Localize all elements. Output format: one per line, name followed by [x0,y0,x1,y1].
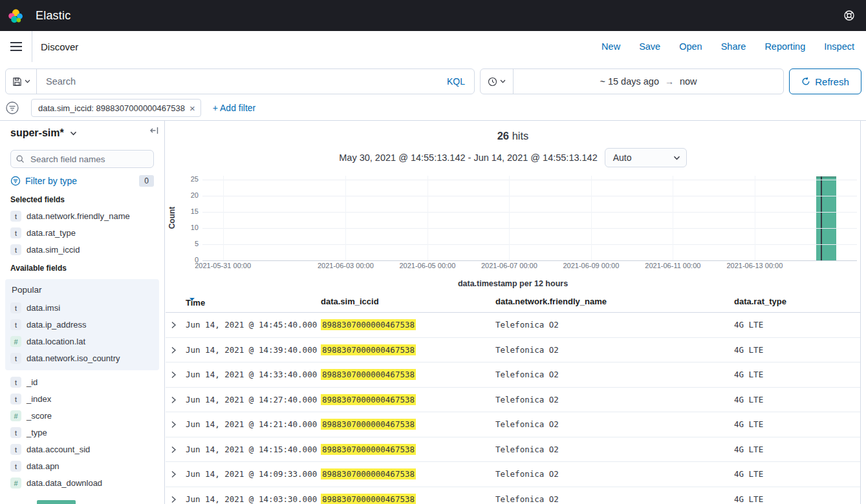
highlighted-iccid: 8988307000000467538 [321,444,416,455]
query-language-button[interactable]: KQL [447,76,465,87]
arrow-right-icon: → [665,76,674,87]
field-item-data.imsi[interactable]: tdata.​imsi [10,302,154,313]
field-name: data.​imsi [27,302,60,313]
field-name: data.​network.​iso_country [27,353,120,364]
collapse-sidebar-icon[interactable] [149,125,159,136]
field-item-data.apn[interactable]: tdata.​apn [10,461,154,472]
add-filter-button[interactable]: + Add filter [213,103,256,113]
popular-fields-section: Popular tdata.​imsitdata.​ip_address#dat… [5,279,159,370]
table-row: Jun 14, 2021 @ 14:27:40.0008988307000000… [166,388,860,413]
nav-bar: Discover NewSaveOpenShareReportingInspec… [0,31,866,63]
expand-row-icon[interactable] [171,321,177,329]
index-pattern-switcher[interactable]: super-sim* [10,127,154,139]
filter-row: data.sim_iccid: 8988307000000467538 × + … [5,98,255,118]
hits-summary: 26 hits [166,130,860,142]
elastic-logo-icon[interactable] [8,8,24,24]
nav-item-reporting[interactable]: Reporting [764,41,805,52]
text-type-badge: t [10,427,21,438]
cell-sim-iccid: 8988307000000467538 [321,388,416,412]
cell-time: Jun 14, 2021 @ 14:27:40.000 [186,388,317,412]
cell-sim-iccid: 8988307000000467538 [321,313,416,337]
table-row: Jun 14, 2021 @ 14:33:40.0008988307000000… [166,362,860,388]
cell-rat-type: 4G LTE [734,462,763,487]
filter-icon [10,176,21,186]
nav-item-new[interactable]: New [601,41,620,52]
text-type-badge: t [10,227,21,238]
highlighted-iccid: 8988307000000467538 [321,319,416,330]
nav-item-share[interactable]: Share [721,41,746,52]
field-item-data.account_sid[interactable]: tdata.​account_sid [10,444,154,455]
clock-icon [488,77,497,87]
time-from[interactable]: ~ 15 days ago [600,76,659,87]
field-item-data.sim_iccid[interactable]: tdata.​sim_iccid [10,244,154,255]
y-axis-tick-label: 25 [177,175,199,183]
saved-query-button[interactable] [6,69,37,94]
interval-value: Auto [613,152,632,163]
field-item-data.location.lat[interactable]: #data.​location.​lat [10,336,154,347]
highlighted-iccid: 8988307000000467538 [321,419,416,430]
field-name: data.​location.​lat [27,336,85,347]
y-axis-title: Count [168,185,177,250]
filter-options-icon[interactable] [5,101,19,115]
text-type-badge: t [10,302,21,313]
help-icon[interactable] [841,8,857,23]
cell-network-name: Telefonica O2 [495,437,559,462]
field-name: data.​sim_iccid [27,244,80,255]
column-header-network[interactable]: data.network.friendly_name [495,297,607,306]
cell-time: Jun 14, 2021 @ 14:39:40.000 [186,338,317,362]
nav-item-save[interactable]: Save [639,41,660,52]
nav-item-inspect[interactable]: Inspect [824,41,854,52]
highlighted-iccid: 8988307000000467538 [321,394,416,405]
filter-by-type-button[interactable]: Filter by type 0 [10,175,154,187]
interval-select[interactable]: Auto [605,148,687,167]
expand-row-icon[interactable] [171,346,177,354]
expand-row-icon[interactable] [171,421,177,428]
search-icon [16,155,25,163]
cell-sim-iccid: 8988307000000467538 [321,338,416,362]
field-name: data.​network.​friendly_name [27,211,130,222]
field-item-_type[interactable]: t_type [10,427,154,438]
nav-item-open[interactable]: Open [679,41,702,52]
column-header-rat-type[interactable]: data.rat_type [734,297,786,306]
cell-network-name: Telefonica O2 [495,462,559,487]
cell-rat-type: 4G LTE [734,313,763,337]
x-gridline [223,176,224,260]
expand-row-icon[interactable] [171,371,177,379]
field-item-_id[interactable]: t_id [10,377,154,388]
time-to[interactable]: now [680,76,697,87]
fields-sidebar: super-sim* Filter by type 0 Selected fie… [0,121,165,504]
x-axis-tick-label: 2021-06-07 00:00 [470,262,548,269]
expand-row-icon[interactable] [171,496,177,503]
field-item-_index[interactable]: t_index [10,394,154,404]
time-range-control[interactable]: ~ 15 days ago → now [514,76,783,87]
number-type-badge: # [10,478,21,488]
field-item-data.data_download[interactable]: #data.​data_download [10,478,154,488]
field-item-_score[interactable]: #_score [10,410,154,421]
expand-row-icon[interactable] [171,446,177,454]
doc-table-body: Jun 14, 2021 @ 14:45:40.0008988307000000… [166,313,860,504]
x-axis-tick-label: 2021-05-31 00:00 [184,262,262,269]
field-search-input[interactable] [29,154,135,165]
field-item-data.rat_type[interactable]: tdata.​rat_type [10,227,154,238]
number-type-badge: # [10,410,21,421]
histogram-bar[interactable] [816,176,837,260]
expand-row-icon[interactable] [171,470,177,478]
text-type-badge: t [10,319,21,330]
column-header-sim-iccid[interactable]: data.sim_iccid [321,297,379,306]
field-name: data.​apn [27,461,60,472]
search-input[interactable] [37,76,447,87]
time-quick-select-button[interactable] [481,69,514,94]
menu-icon[interactable] [0,31,32,62]
field-item-data.ip_address[interactable]: tdata.​ip_address [10,319,154,330]
filter-pill[interactable]: data.sim_iccid: 8988307000000467538 × [31,99,201,117]
y-axis-tick-label: 10 [177,224,199,231]
remove-filter-icon[interactable]: × [189,103,195,113]
cell-rat-type: 4G LTE [734,388,763,412]
table-row: Jun 14, 2021 @ 14:15:40.0008988307000000… [166,437,860,463]
field-item-data.network.friendly_name[interactable]: tdata.​network.​friendly_name [10,211,154,222]
refresh-button[interactable]: Refresh [789,68,861,94]
available-fields-heading: Available fields [10,264,154,273]
field-item-data.network.iso_country[interactable]: tdata.​network.​iso_country [10,353,154,364]
expand-row-icon[interactable] [171,396,177,404]
chart-time-range: May 30, 2021 @ 14:55:13.142 - Jun 14, 20… [339,152,597,163]
